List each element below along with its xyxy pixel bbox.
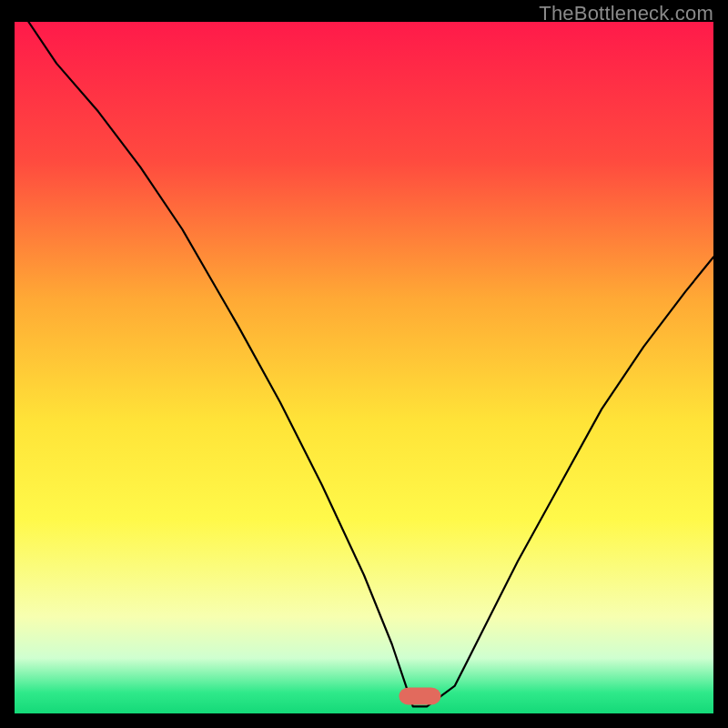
marker-group — [399, 688, 440, 705]
minimum-marker — [399, 688, 440, 705]
gradient-background — [15, 22, 713, 713]
chart-svg — [15, 22, 713, 713]
watermark-text: TheBottleneck.com — [539, 2, 713, 25]
plot-area — [15, 22, 713, 713]
chart-frame: TheBottleneck.com — [0, 0, 728, 728]
